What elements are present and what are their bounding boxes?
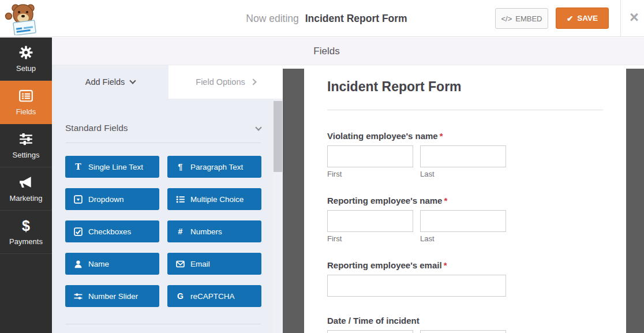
add-field-recaptcha[interactable]: G reCAPTCHA bbox=[167, 285, 261, 307]
add-field-email[interactable]: Email bbox=[167, 253, 261, 275]
required-asterisk: * bbox=[444, 196, 447, 205]
sublabel-first: First bbox=[327, 170, 413, 178]
sidebar-item-marketing[interactable]: Marketing bbox=[0, 167, 52, 211]
sidebar-item-label: Fields bbox=[16, 107, 36, 116]
first-name-input[interactable] bbox=[327, 145, 413, 167]
embed-button[interactable]: </> EMBED bbox=[495, 8, 548, 29]
header-divider bbox=[620, 0, 621, 37]
builder-header: Now editing Incident Report Form </> EMB… bbox=[0, 0, 644, 37]
chevron-right-icon bbox=[250, 78, 256, 85]
sidebar-item-label: Settings bbox=[13, 151, 40, 159]
field-button-label: Paragraph Text bbox=[190, 163, 243, 171]
field-button-label: Dropdown bbox=[88, 195, 124, 204]
sidebar-item-settings[interactable]: Settings bbox=[0, 124, 52, 167]
name-inputs-row bbox=[327, 210, 603, 232]
form-preview-card: Incident Report Form Violating employee'… bbox=[304, 69, 626, 333]
add-field-single-line-text[interactable]: T Single Line Text bbox=[65, 156, 159, 178]
code-icon: </> bbox=[501, 14, 512, 23]
sliders-icon bbox=[18, 132, 33, 147]
first-name-input[interactable] bbox=[327, 210, 413, 232]
google-g-icon: G bbox=[176, 292, 185, 301]
standard-fields-section-header[interactable]: Standard Fields bbox=[65, 123, 261, 133]
tab-add-fields[interactable]: Add Fields bbox=[52, 65, 169, 99]
field-button-label: reCAPTCHA bbox=[190, 292, 235, 301]
panel-title-bar: Fields bbox=[52, 38, 644, 65]
tab-add-fields-label: Add Fields bbox=[85, 77, 125, 87]
form-preview-title[interactable]: Incident Report Form bbox=[327, 77, 603, 96]
preview-field-reporting-name[interactable]: Reporting employee's name* First Last bbox=[327, 196, 603, 243]
field-button-label: Multiple Choice bbox=[190, 195, 244, 204]
name-inputs-row bbox=[327, 145, 603, 167]
envelope-icon bbox=[176, 260, 185, 268]
close-builder-icon[interactable]: × bbox=[624, 0, 644, 37]
field-label: Reporting employee's email bbox=[327, 260, 442, 270]
tab-field-options-label: Field Options bbox=[196, 77, 245, 87]
sublabel-first: First bbox=[327, 234, 413, 243]
dollar-icon: $ bbox=[18, 218, 33, 233]
form-title-divider bbox=[327, 110, 603, 110]
embed-button-label: EMBED bbox=[515, 14, 542, 23]
builder-background-right bbox=[626, 69, 644, 333]
preview-field-violating-name[interactable]: Violating employee's name* First Last bbox=[327, 131, 603, 178]
preview-field-reporting-email[interactable]: Reporting employee's email* bbox=[327, 260, 603, 297]
dropdown-icon bbox=[74, 195, 83, 204]
panel-scrollbar[interactable] bbox=[273, 99, 283, 333]
field-label-row: Date / Time of incident bbox=[327, 316, 603, 326]
field-label: Violating employee's name bbox=[327, 131, 438, 141]
last-name-input[interactable] bbox=[420, 210, 506, 232]
gear-icon bbox=[18, 45, 33, 60]
add-field-name[interactable]: Name bbox=[65, 253, 159, 275]
sublabel-last: Last bbox=[420, 234, 506, 243]
last-name-input[interactable] bbox=[420, 145, 506, 167]
email-input[interactable] bbox=[327, 275, 506, 297]
add-field-checkboxes[interactable]: Checkboxes bbox=[65, 220, 159, 242]
chevron-down-icon bbox=[130, 77, 136, 84]
field-button-label: Numbers bbox=[190, 227, 222, 236]
required-asterisk: * bbox=[440, 131, 443, 141]
builder-sidebar: Setup Fields Settings bbox=[0, 38, 52, 333]
name-sublabels: First Last bbox=[327, 170, 603, 178]
add-field-multiple-choice[interactable]: Multiple Choice bbox=[167, 188, 261, 210]
field-label: Date / Time of incident bbox=[327, 316, 420, 325]
section-divider bbox=[65, 143, 261, 143]
add-field-paragraph-text[interactable]: ¶ Paragraph Text bbox=[167, 156, 261, 178]
add-field-number-slider[interactable]: Number Slider bbox=[65, 285, 159, 307]
chevron-down-icon bbox=[255, 124, 261, 130]
form-icon bbox=[18, 88, 33, 103]
time-input[interactable] bbox=[420, 330, 506, 333]
add-field-dropdown[interactable]: Dropdown bbox=[65, 188, 159, 210]
now-editing-label: Now editing bbox=[246, 13, 298, 24]
field-button-label: Single Line Text bbox=[88, 163, 143, 171]
name-sublabels: First Last bbox=[327, 234, 603, 243]
field-label-row: Reporting employee's name* bbox=[327, 196, 603, 206]
panel-title: Fields bbox=[52, 38, 601, 65]
email-input-row bbox=[327, 275, 603, 297]
field-button-label: Email bbox=[190, 260, 210, 268]
add-fields-panel: Standard Fields T Single Line Text ¶ Par… bbox=[52, 99, 283, 333]
sublabel-last: Last bbox=[420, 170, 506, 178]
scrollbar-thumb[interactable] bbox=[274, 101, 282, 172]
field-label-row: Violating employee's name* bbox=[327, 131, 603, 141]
add-field-numbers[interactable]: # Numbers bbox=[167, 220, 261, 242]
save-button-label: SAVE bbox=[577, 14, 598, 23]
sidebar-item-fields[interactable]: Fields bbox=[0, 81, 52, 124]
editing-form-name: Incident Report Form bbox=[305, 13, 407, 24]
sidebar-item-setup[interactable]: Setup bbox=[0, 38, 52, 81]
sidebar-item-label: Marketing bbox=[9, 194, 42, 203]
sidebar-item-payments[interactable]: $ Payments bbox=[0, 211, 52, 254]
check-icon: ✔ bbox=[567, 14, 573, 23]
checkbox-icon bbox=[74, 227, 83, 236]
field-button-label: Number Slider bbox=[88, 292, 138, 301]
preview-field-date-time[interactable]: Date / Time of incident bbox=[327, 316, 603, 333]
field-label-row: Reporting employee's email* bbox=[327, 260, 603, 271]
field-buttons-grid: T Single Line Text ¶ Paragraph Text Drop… bbox=[65, 156, 261, 307]
required-asterisk: * bbox=[444, 260, 447, 270]
panel-tabs: Add Fields Field Options bbox=[52, 65, 283, 99]
sidebar-item-label: Payments bbox=[9, 237, 43, 246]
datetime-inputs-row bbox=[327, 330, 603, 333]
section-title: Standard Fields bbox=[65, 123, 128, 133]
person-icon bbox=[74, 260, 83, 268]
save-button[interactable]: ✔ SAVE bbox=[556, 8, 609, 29]
date-input[interactable] bbox=[327, 330, 413, 333]
tab-field-options[interactable]: Field Options bbox=[169, 65, 283, 99]
